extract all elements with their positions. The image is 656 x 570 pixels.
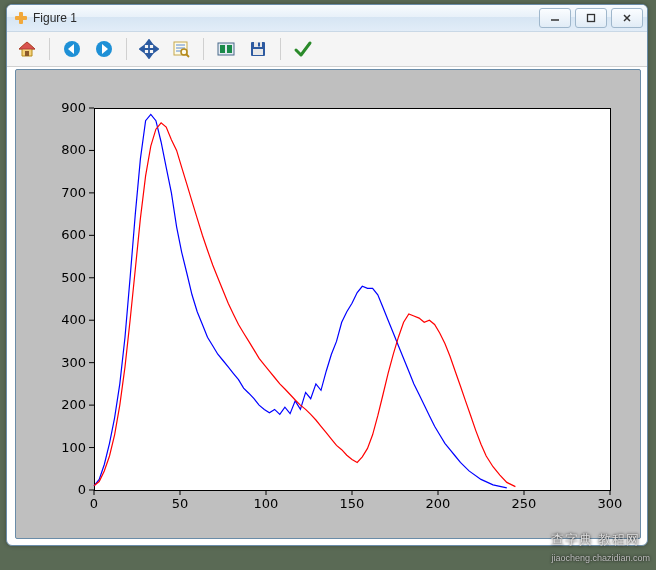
toolbar-separator — [203, 38, 204, 60]
figure-window: Figure 1 — [6, 4, 648, 546]
svg-text:500: 500 — [61, 270, 86, 285]
maximize-button[interactable] — [575, 8, 607, 28]
svg-text:250: 250 — [512, 496, 537, 511]
toolbar-separator — [126, 38, 127, 60]
svg-text:150: 150 — [340, 496, 365, 511]
svg-text:50: 50 — [172, 496, 189, 511]
svg-marker-15 — [146, 40, 152, 44]
edit-button[interactable] — [291, 37, 315, 61]
toolbar-separator — [280, 38, 281, 60]
titlebar: Figure 1 — [7, 5, 647, 32]
svg-text:100: 100 — [254, 496, 279, 511]
svg-rect-7 — [25, 51, 29, 56]
svg-text:400: 400 — [61, 312, 86, 327]
svg-rect-27 — [227, 45, 232, 53]
svg-rect-3 — [588, 15, 595, 22]
home-button[interactable] — [15, 37, 39, 61]
svg-text:0: 0 — [90, 496, 98, 511]
svg-text:700: 700 — [61, 185, 86, 200]
svg-marker-16 — [146, 54, 152, 58]
svg-text:800: 800 — [61, 142, 86, 157]
window-title: Figure 1 — [33, 11, 539, 25]
svg-rect-26 — [220, 45, 225, 53]
svg-text:900: 900 — [61, 100, 86, 115]
zoom-button[interactable] — [169, 37, 193, 61]
pan-button[interactable] — [137, 37, 161, 61]
svg-marker-18 — [154, 46, 158, 52]
svg-rect-32 — [94, 108, 610, 490]
close-button[interactable] — [611, 8, 643, 28]
minimize-button[interactable] — [539, 8, 571, 28]
svg-text:300: 300 — [598, 496, 623, 511]
back-button[interactable] — [60, 37, 84, 61]
subplots-button[interactable] — [214, 37, 238, 61]
plot-area[interactable]: 0501001502002503000100200300400500600700… — [15, 69, 641, 539]
toolbar — [7, 32, 647, 67]
svg-rect-31 — [253, 49, 263, 55]
chart-canvas: 0501001502002503000100200300400500600700… — [16, 70, 640, 538]
svg-text:100: 100 — [61, 440, 86, 455]
app-icon — [13, 10, 29, 26]
svg-line-24 — [186, 54, 189, 57]
svg-rect-30 — [258, 43, 260, 47]
window-controls — [539, 8, 643, 28]
svg-text:300: 300 — [61, 355, 86, 370]
forward-button[interactable] — [92, 37, 116, 61]
svg-text:200: 200 — [426, 496, 451, 511]
svg-text:600: 600 — [61, 227, 86, 242]
svg-text:200: 200 — [61, 397, 86, 412]
svg-rect-1 — [15, 16, 27, 20]
svg-marker-17 — [140, 46, 144, 52]
toolbar-separator — [49, 38, 50, 60]
save-button[interactable] — [246, 37, 270, 61]
svg-text:0: 0 — [78, 482, 86, 497]
svg-marker-8 — [19, 42, 35, 49]
